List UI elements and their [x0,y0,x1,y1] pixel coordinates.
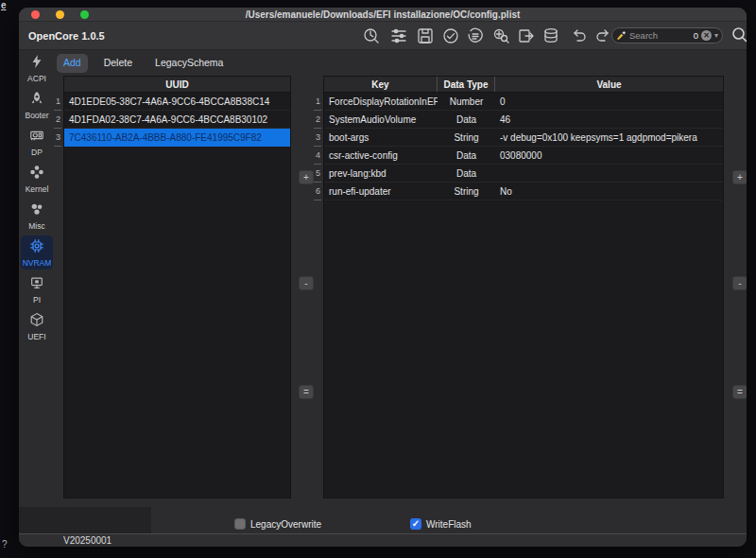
uuid-cell[interactable]: 4D1EDE05-38C7-4A6A-9CC6-4BCCA8B38C14 [64,93,290,110]
uuid-row[interactable]: 4D1EDE05-38C7-4A6A-9CC6-4BCCA8B38C14 [64,93,290,111]
kv-table-header[interactable]: Key Data Type Value [324,77,723,93]
key-cell[interactable]: csr-active-config [324,147,438,164]
key-cell[interactable]: ForceDisplayRotationInEFI [324,93,438,110]
sidebar-item-label: PI [33,295,41,305]
app-window: /Users/emanuele/Downloads/EFI installazi… [19,8,747,547]
validate-circle-icon[interactable] [466,26,485,45]
sidebar-item-uefi[interactable]: UEFI [21,309,53,343]
kv-row[interactable]: csr-active-configData03080000 [324,147,723,165]
search-dropdown-caret-icon[interactable]: ▾ [714,31,718,40]
value-cell[interactable]: No [495,183,723,200]
value-cell[interactable] [495,165,723,182]
write-flash-label: WriteFlash [426,519,472,530]
sidebar-item-dp[interactable]: DP [21,125,53,159]
legacy-overwrite-label: LegacyOverwrite [250,519,321,530]
value-cell[interactable]: 46 [495,111,723,128]
sidebar-item-booter[interactable]: Booter [21,88,53,122]
sidebar-item-label: NVRAM [23,258,52,268]
nvram-kv-table: Key Data Type Value ForceDisplayRotation… [323,76,724,498]
type-cell[interactable]: String [438,183,495,200]
undo-icon[interactable] [570,26,589,45]
value-cell[interactable]: 03080000 [495,147,723,164]
uuid-row[interactable]: 7C436110-AB2A-4BBB-A880-FE41995C9F82 [64,129,290,147]
toolbar: OpenCore 1.0.5 Search 0 ✕ ▾ [19,22,747,50]
kv-row[interactable]: boot-argsString-v debug=0x100 keepsyms=1… [324,129,723,147]
add-kv-button[interactable]: + [732,170,747,184]
sidebar-item-kernel[interactable]: Kernel [21,162,53,196]
sidebar-item-label: DP [31,148,43,157]
key-cell[interactable]: run-efi-updater [324,183,438,200]
key-column-header[interactable]: Key [324,77,438,92]
sidebar-item-label: Misc [28,221,44,231]
search-count: 0 [694,30,698,41]
dp-gpu-card-icon [29,128,44,147]
edit-row-button[interactable]: = [299,385,314,399]
type-cell[interactable]: Data [438,165,495,182]
uuid-cell[interactable]: 7C436110-AB2A-4BBB-A880-FE41995C9F82 [64,129,290,146]
remove-kv-button[interactable]: - [732,276,747,290]
tab-delete[interactable]: Delete [97,54,139,73]
edit-kv-button[interactable]: = [732,385,747,399]
row-number: 6 [311,183,322,201]
check-circle-icon[interactable] [441,26,460,45]
type-cell[interactable]: Data [438,147,495,164]
version-label: V20250001 [63,535,112,546]
database-icon[interactable] [541,26,560,45]
type-cell[interactable]: Number [438,93,495,110]
sidebar-item-nvram[interactable]: NVRAM [21,235,53,270]
search-input[interactable]: Search 0 ✕ ▾ [611,27,723,44]
brush-icon [616,30,627,41]
value-cell[interactable]: -v debug=0x100 keepsyms=1 agdpmod=pikera [495,129,723,146]
redo-icon[interactable] [593,26,612,45]
status-bar: V20250001 [19,533,747,547]
write-flash-option[interactable]: ✓ WriteFlash [410,518,472,530]
sidebar-item-label: ACPI [27,74,46,83]
legacy-overwrite-option[interactable]: LegacyOverwrite [234,518,321,530]
kv-row-numbers: 123456 [311,93,322,201]
key-cell[interactable]: boot-args [324,129,438,146]
tab-add[interactable]: Add [57,54,88,73]
remove-row-button[interactable]: - [299,276,314,290]
row-number: 2 [311,111,322,129]
kv-row[interactable]: ForceDisplayRotationInEFINumber0 [324,93,723,111]
sidebar-item-misc[interactable]: Misc [21,199,53,233]
datatype-column-header[interactable]: Data Type [438,77,495,92]
tab-bar: AddDeleteLegacySchema [57,54,230,73]
window-title-path: /Users/emanuele/Downloads/EFI installazi… [19,9,747,20]
uuid-column-header[interactable]: UUID [64,77,290,92]
tweak-list-icon[interactable] [389,26,408,45]
uuid-table-header[interactable]: UUID [64,77,290,93]
save-icon[interactable] [416,26,435,45]
type-cell[interactable]: String [438,129,495,146]
history-search-icon[interactable] [362,26,381,45]
footer-dark-panel [19,507,151,533]
uuid-row[interactable]: 4D1FDA02-38C7-4A6A-9CC6-4BCCA8B30102 [64,111,290,129]
sidebar-item-pi[interactable]: PI [21,272,53,306]
search-clear-icon[interactable]: ✕ [701,30,712,41]
uuid-cell[interactable]: 4D1FDA02-38C7-4A6A-9CC6-4BCCA8B30102 [64,111,290,128]
write-flash-checkbox[interactable]: ✓ [410,518,421,530]
type-cell[interactable]: Data [438,111,495,128]
tab-legacyschema[interactable]: LegacySchema [148,54,230,73]
value-column-header[interactable]: Value [495,77,723,92]
app-title: OpenCore 1.0.5 [28,30,105,42]
row-number: 1 [51,93,62,111]
legacy-overwrite-checkbox[interactable] [234,518,246,530]
magnifier-icon[interactable] [730,26,747,44]
kv-row[interactable]: SystemAudioVolumeData46 [324,111,723,129]
key-cell[interactable]: prev-lang:kbd [324,165,438,182]
sidebar-item-label: Booter [25,111,48,120]
kv-row[interactable]: run-efi-updaterStringNo [324,183,723,201]
background-help-fragment: ? [2,539,8,549]
inspect-config-icon[interactable] [491,26,510,45]
key-cell[interactable]: SystemAudioVolume [324,111,438,128]
title-bar[interactable]: /Users/emanuele/Downloads/EFI installazi… [19,8,747,22]
export-icon[interactable] [517,26,536,45]
footer-options: LegacyOverwrite ✓ WriteFlash [151,503,747,533]
sidebar-item-acpi[interactable]: ACPI [21,51,53,85]
sidebar-item-label: Kernel [26,184,49,194]
value-cell[interactable]: 0 [495,93,723,110]
uuid-table: UUID 4D1EDE05-38C7-4A6A-9CC6-4BCCA8B38C1… [63,76,291,498]
row-number: 1 [311,93,322,111]
kv-row[interactable]: prev-lang:kbdData [324,165,723,183]
